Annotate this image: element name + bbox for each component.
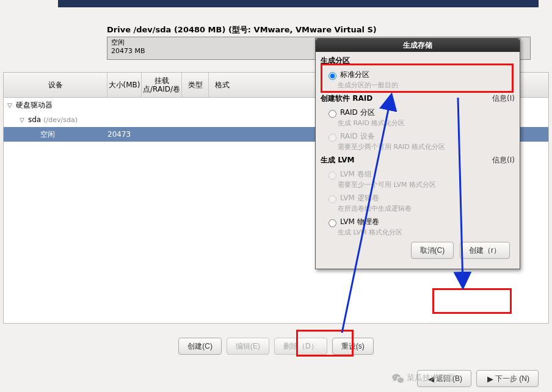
section-software-raid: 创建软件 RAID信息(I) xyxy=(321,93,515,104)
wechat-icon xyxy=(392,373,404,383)
edit-button: 编辑(E) xyxy=(227,338,269,355)
dialog-title: 生成存储 xyxy=(316,38,520,52)
col-size[interactable]: 大小(MB) xyxy=(107,73,142,97)
desc-lvm-vg: 需要至少一个可用 LVM 格式分区 xyxy=(325,180,514,189)
tree-disk-path: (/dev/sda) xyxy=(43,116,78,124)
arrow-right-icon: ▶ xyxy=(487,374,493,383)
expand-icon[interactable]: ▽ xyxy=(7,102,16,109)
option-lvm-lv: LVM 逻辑卷 在所选卷组中生成逻辑卷 xyxy=(321,191,515,214)
create-button[interactable]: 创建(C) xyxy=(178,338,222,355)
tree-group-label: 硬盘驱动器 xyxy=(16,100,53,111)
next-label: 下一步 (N) xyxy=(495,374,529,384)
tree-free-label: 空闲 xyxy=(40,129,55,140)
window-top-accent xyxy=(58,0,539,7)
create-storage-dialog: 生成存储 生成分区 标准分区 生成分区的一般目的 创建软件 RAID信息(I) … xyxy=(315,38,520,269)
dialog-button-row: 取消(C) 创建（r） xyxy=(321,238,515,264)
option-lvm-pv[interactable]: LVM 物理卷 生成 LVM 格式化分区 xyxy=(321,214,515,238)
dialog-body: 生成分区 标准分区 生成分区的一般目的 创建软件 RAID信息(I) RAID … xyxy=(316,52,520,269)
desc-lvm-lv: 在所选卷组中生成逻辑卷 xyxy=(325,204,514,213)
expand-icon[interactable]: ▽ xyxy=(20,117,28,123)
reset-button[interactable]: 重设(s) xyxy=(332,338,374,355)
tree-disk-label: sda xyxy=(28,115,41,124)
option-raid-partition[interactable]: RAID 分区 生成 RAID 格式化分区 xyxy=(321,105,515,129)
lvm-info-link[interactable]: 信息(I) xyxy=(492,155,515,165)
tree-free-size: 20473 xyxy=(107,130,131,139)
drive-header: Drive /dev/sda (20480 MB) (型号: VMware, V… xyxy=(107,24,531,35)
radio-standard-partition[interactable] xyxy=(329,72,336,80)
desc-standard-partition: 生成分区的一般目的 xyxy=(325,81,514,90)
option-lvm-vg: LVM 卷组 需要至少一个可用 LVM 格式分区 xyxy=(321,167,515,191)
option-standard-partition[interactable]: 标准分区 生成分区的一般目的 xyxy=(321,67,515,91)
section-create-partition: 生成分区 xyxy=(321,56,515,66)
desc-lvm-pv: 生成 LVM 格式化分区 xyxy=(325,228,514,237)
watermark-text: 菜瓜技术联盟 xyxy=(407,372,454,383)
watermark: 菜瓜技术联盟 xyxy=(392,372,454,383)
radio-lvm-vg xyxy=(329,172,336,180)
col-type[interactable]: 类型 xyxy=(182,73,209,97)
radio-raid-partition[interactable] xyxy=(329,110,336,118)
dialog-create-button[interactable]: 创建（r） xyxy=(460,242,510,259)
dialog-cancel-button[interactable]: 取消(C) xyxy=(411,242,454,259)
radio-lvm-pv[interactable] xyxy=(329,219,336,227)
desc-raid-partition: 生成 RAID 格式化分区 xyxy=(325,118,514,128)
section-lvm: 生成 LVM信息(I) xyxy=(321,155,515,165)
radio-raid-device xyxy=(329,134,336,142)
radio-lvm-lv xyxy=(329,195,336,203)
col-mount[interactable]: 挂载点/RAID/卷 xyxy=(142,73,182,97)
raid-info-link[interactable]: 信息(I) xyxy=(492,93,515,104)
desc-raid-device: 需要至少两个可用 RAID 格式化分区 xyxy=(325,142,514,151)
next-button[interactable]: ▶下一步 (N) xyxy=(476,370,539,387)
col-device[interactable]: 设备 xyxy=(4,73,107,97)
delete-button: 删除（D） xyxy=(274,338,327,355)
option-raid-device: RAID 设备 需要至少两个可用 RAID 格式化分区 xyxy=(321,129,515,153)
action-button-bar: 创建(C) 编辑(E) 删除（D） 重设(s) xyxy=(3,335,549,361)
col-format[interactable]: 格式 xyxy=(209,73,236,97)
